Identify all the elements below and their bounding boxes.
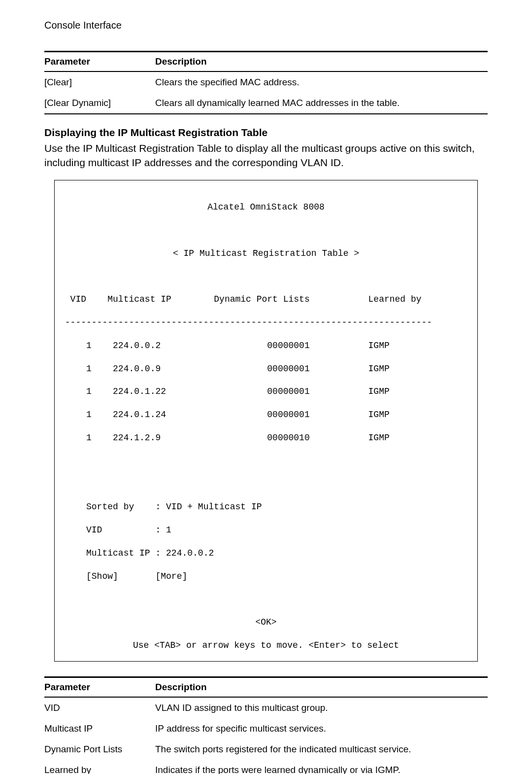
desc-cell: IP address for specific multicast servic… <box>155 718 488 739</box>
console-row: 1 224.0.0.2 00000001 IGMP <box>60 340 472 352</box>
parameter-table-1: Parameter Description [Clear] Clears the… <box>44 51 488 114</box>
console-sorted-by: Sorted by : VID + Multicast IP <box>60 501 472 513</box>
table2-header-desc: Description <box>155 677 488 698</box>
console-divider: ----------------------------------------… <box>60 317 472 328</box>
table1-header-desc: Description <box>155 52 488 72</box>
table1-header-param: Parameter <box>44 52 155 72</box>
console-hint: Use <TAB> or arrow keys to move. <Enter>… <box>60 640 472 651</box>
console-column-headers: VID Multicast IP Dynamic Port Lists Lear… <box>60 294 472 305</box>
console-vid-filter: VID : 1 <box>60 525 472 536</box>
table-row: Dynamic Port Lists The switch ports regi… <box>44 739 488 760</box>
more-action[interactable]: [More] <box>155 571 187 581</box>
console-actions: [Show] [More] <box>60 571 472 582</box>
table2-header-param: Parameter <box>44 677 155 698</box>
console-mip-filter: Multicast IP : 224.0.0.2 <box>60 548 472 559</box>
console-screen: Alcatel OmniStack 8008 < IP Multicast Re… <box>54 180 478 662</box>
param-cell: Multicast IP <box>44 718 155 739</box>
console-row: 1 224.0.1.22 00000001 IGMP <box>60 386 472 397</box>
desc-cell: Indicates if the ports were learned dyna… <box>155 760 488 774</box>
console-row: 1 224.1.2.9 00000010 IGMP <box>60 432 472 444</box>
parameter-table-2: Parameter Description VID VLAN ID assign… <box>44 676 488 774</box>
desc-cell: The switch ports registered for the indi… <box>155 739 488 760</box>
subsection-body: Use the IP Multicast Registration Table … <box>44 141 488 170</box>
table-row: [Clear] Clears the specified MAC address… <box>44 71 488 93</box>
ok-action[interactable]: <OK> <box>60 617 472 628</box>
console-row: 1 224.0.1.24 00000001 IGMP <box>60 409 472 421</box>
desc-cell: Clears all dynamically learned MAC addre… <box>155 93 488 114</box>
desc-cell: VLAN ID assigned to this multicast group… <box>155 697 488 718</box>
table-row: VID VLAN ID assigned to this multicast g… <box>44 697 488 718</box>
param-cell: Dynamic Port Lists <box>44 739 155 760</box>
param-cell: VID <box>44 697 155 718</box>
param-cell: [Clear] <box>44 71 155 93</box>
table-row: Learned by Indicates if the ports were l… <box>44 760 488 774</box>
desc-cell: Clears the specified MAC address. <box>155 71 488 93</box>
console-screen-title: < IP Multicast Registration Table > <box>60 248 472 259</box>
param-cell: Learned by <box>44 760 155 774</box>
section-title: Console Interface <box>44 20 488 31</box>
subsection-heading: Displaying the IP Multicast Registration… <box>44 127 488 139</box>
console-row: 1 224.0.0.9 00000001 IGMP <box>60 363 472 375</box>
console-device: Alcatel OmniStack 8008 <box>60 202 472 213</box>
table-row: [Clear Dynamic] Clears all dynamically l… <box>44 93 488 114</box>
table-row: Multicast IP IP address for specific mul… <box>44 718 488 739</box>
show-action[interactable]: [Show] <box>86 571 118 581</box>
param-cell: [Clear Dynamic] <box>44 93 155 114</box>
